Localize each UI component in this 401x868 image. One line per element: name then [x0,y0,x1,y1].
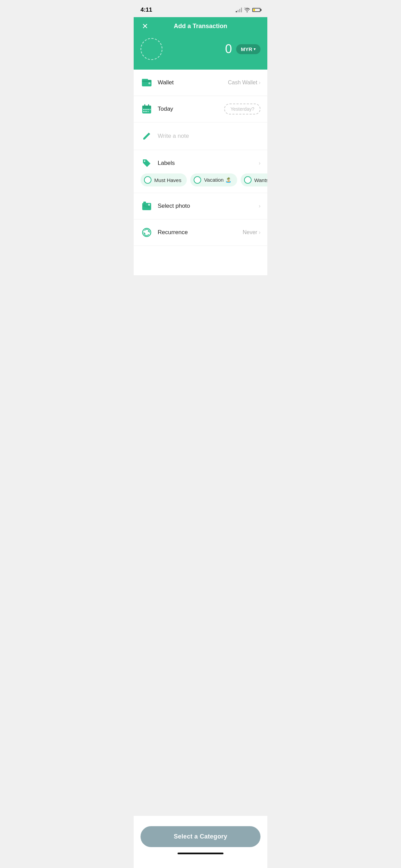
labels-chevron-icon: › [259,160,260,166]
chip-label-vacation: Vacation 🏝️ [204,177,231,183]
svg-rect-8 [143,109,145,110]
svg-rect-6 [144,104,145,107]
recurrence-chevron-icon: › [259,229,260,236]
svg-rect-13 [145,111,147,112]
photo-row[interactable]: Select photo › [134,193,267,219]
pencil-icon [141,130,153,142]
chip-wants[interactable]: Wants [241,173,267,186]
photo-label: Select photo [158,203,259,209]
chip-toggle-must-haves [144,176,151,184]
wallet-chevron-icon: › [259,80,260,86]
recurrence-row[interactable]: Recurrence Never › [134,219,267,246]
svg-point-17 [148,204,150,206]
svg-rect-14 [147,111,149,112]
calendar-icon [141,103,153,115]
date-label: Today [158,106,224,112]
labels-row[interactable]: Labels › [134,150,267,173]
wallet-label: Wallet [158,79,228,86]
status-time: 4:11 [141,7,152,13]
chevron-down-icon: ▾ [254,47,256,51]
svg-point-15 [144,160,145,162]
recurrence-icon [141,226,153,239]
wifi-icon [244,8,250,12]
wallet-row[interactable]: Wallet Cash Wallet › [134,70,267,96]
chip-toggle-vacation [194,176,201,184]
status-icons [236,8,260,12]
svg-point-3 [148,82,150,84]
note-label: Write a note [158,133,189,140]
recurrence-value: Never [243,229,257,236]
close-button[interactable]: ✕ [141,21,149,32]
currency-label: MYR [241,46,252,52]
labels-label: Labels [158,160,259,167]
signal-icon [236,8,242,12]
tag-icon [141,157,153,169]
svg-rect-5 [142,106,151,108]
photo-chevron-icon: › [259,203,260,209]
svg-rect-2 [142,79,148,81]
svg-rect-11 [149,109,151,110]
labels-section: Labels › Must Haves Vacation 🏝️ Wants C.… [134,150,267,193]
status-bar: 4:11 [134,0,267,17]
yesterday-suggestion[interactable]: Yesterday? [224,104,260,114]
header-title: Add a Transaction [174,23,227,30]
note-row[interactable]: Write a note [134,122,267,150]
chip-vacation[interactable]: Vacation 🏝️ [190,173,237,186]
chip-toggle-wants [244,176,252,184]
avatar-placeholder[interactable] [141,38,162,60]
chip-label-wants: Wants [254,177,267,183]
content-area: Wallet Cash Wallet › Today Yesterday? [134,70,267,275]
photo-icon [141,200,153,212]
svg-rect-9 [145,109,147,110]
wallet-icon [141,76,153,89]
svg-rect-10 [147,109,149,110]
date-row[interactable]: Today Yesterday? [134,96,267,122]
wallet-value: Cash Wallet [228,80,257,86]
amount-display: 0 [225,42,232,56]
chip-must-haves[interactable]: Must Haves [141,173,187,186]
battery-icon [252,8,260,12]
svg-rect-12 [143,111,145,112]
recurrence-label: Recurrence [158,229,243,236]
labels-chips-container: Must Haves Vacation 🏝️ Wants C... [134,173,267,193]
currency-selector[interactable]: MYR ▾ [236,44,260,54]
header: ✕ Add a Transaction 0 MYR ▾ [134,17,267,70]
svg-rect-7 [148,104,149,107]
svg-rect-18 [143,202,146,203]
chip-label-must-haves: Must Haves [154,177,181,183]
